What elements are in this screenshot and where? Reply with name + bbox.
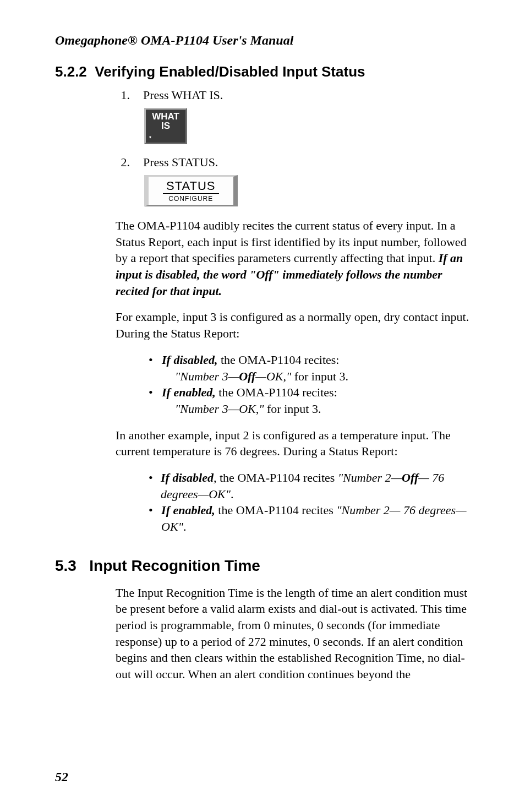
bullet-2-quote: "Number 3—OK," <box>175 402 264 416</box>
bullet-dot-icon: • <box>149 384 156 417</box>
running-header: Omegaphone® OMA-P1104 User's Manual <box>55 33 470 48</box>
para-input-recognition-time: The Input Recognition Time is the length… <box>116 585 470 683</box>
bullet-3-period: . <box>231 487 234 501</box>
bullet-1: • If disabled, the OMA-P1104 recites: "N… <box>149 352 470 384</box>
status-key-figure: STATUS CONFIGURE <box>144 175 470 206</box>
bullet-1-tail: for input 3. <box>291 369 348 383</box>
what-is-key-star: * <box>149 136 151 141</box>
bullet-3: • If disabled, the OMA-P1104 recites "Nu… <box>149 470 470 502</box>
bullet-1-quote-off: Off <box>239 369 255 383</box>
step-2-number: 2. <box>116 155 130 170</box>
bullet-2-tail: for input 3. <box>264 402 321 416</box>
section-5-2-2-number: 5.2.2 <box>55 63 87 80</box>
section-5-3-heading: 5.3 Input Recognition Time <box>55 557 470 575</box>
bullet-4-period: . <box>183 520 187 533</box>
bullet-3-quote-off: Off <box>402 471 418 484</box>
step-2-text: Press STATUS. <box>143 155 218 170</box>
para-status-report-text: The OMA-P1104 audibly recites the curren… <box>116 219 467 265</box>
what-is-key-line1: WHAT <box>146 112 185 121</box>
bullet-4-text: the OMA-P1104 recites <box>215 503 336 517</box>
para-example-1: For example, input 3 is configured as a … <box>116 309 470 341</box>
step-2: 2. Press STATUS. <box>116 155 470 170</box>
page-number: 52 <box>55 770 68 784</box>
bullet-list-1: • If disabled, the OMA-P1104 recites: "N… <box>149 352 470 417</box>
bullet-3-text: the OMA-P1104 recites <box>220 471 338 484</box>
section-5-3-number: 5.3 <box>55 557 76 574</box>
bullet-2-label: If enabled, <box>162 385 216 399</box>
step-1-number: 1. <box>116 88 130 102</box>
bullet-3-comma: , <box>214 471 220 484</box>
bullet-4: • If enabled, the OMA-P1104 recites "Num… <box>149 502 470 535</box>
section-5-2-2-title: Verifying Enabled/Disabled Input Status <box>95 63 365 80</box>
para-example-2: In another example, input 2 is configure… <box>116 427 470 460</box>
bullet-2-text: the OMA-P1104 recites: <box>216 385 337 399</box>
status-key-icon: STATUS CONFIGURE <box>144 175 238 206</box>
status-key-bottom-label: CONFIGURE <box>163 194 219 203</box>
bullet-dot-icon: • <box>149 502 156 535</box>
step-1-text: Press WHAT IS. <box>143 88 223 102</box>
bullet-dot-icon: • <box>149 470 155 502</box>
bullet-1-label: If disabled, <box>162 353 217 367</box>
what-is-key-line2: IS <box>146 121 185 130</box>
bullet-dot-icon: • <box>149 352 156 384</box>
bullet-3-quote-pre: "Number 2— <box>338 471 402 484</box>
bullet-3-label: If disabled <box>161 471 214 484</box>
status-key-top-label: STATUS <box>163 179 219 194</box>
bullet-list-2: • If disabled, the OMA-P1104 recites "Nu… <box>149 470 470 535</box>
section-5-2-2-heading: 5.2.2 Verifying Enabled/Disabled Input S… <box>55 63 470 80</box>
step-1: 1. Press WHAT IS. <box>116 88 470 102</box>
para-status-report: The OMA-P1104 audibly recites the curren… <box>116 217 470 299</box>
bullet-1-quote-pre: "Number 3— <box>175 369 239 383</box>
bullet-1-text: the OMA-P1104 recites: <box>217 353 339 367</box>
what-is-key-figure: WHAT IS * <box>144 108 470 144</box>
bullet-4-label: If enabled, <box>161 503 215 517</box>
what-is-key-icon: WHAT IS * <box>144 108 187 144</box>
bullet-1-quote-post: —OK," <box>255 369 291 383</box>
bullet-2: • If enabled, the OMA-P1104 recites: "Nu… <box>149 384 470 417</box>
section-5-3-title: Input Recognition Time <box>89 557 260 574</box>
